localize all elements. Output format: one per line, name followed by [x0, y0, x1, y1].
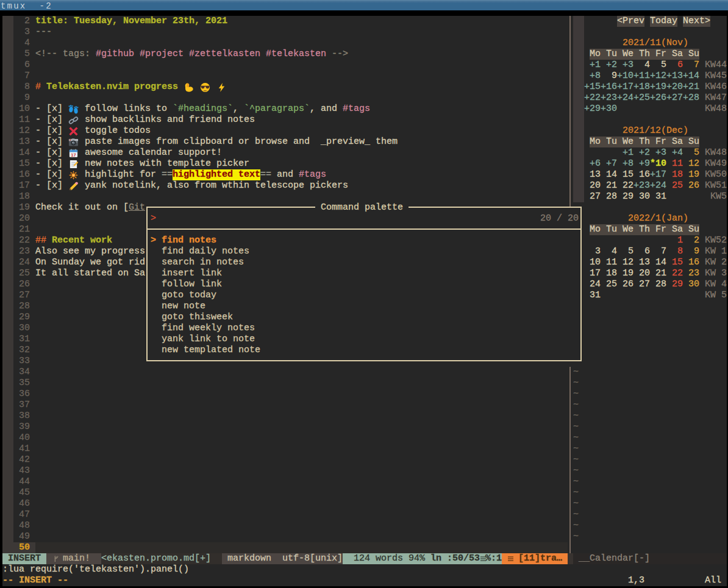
- svg-text:17: 17: [71, 152, 76, 158]
